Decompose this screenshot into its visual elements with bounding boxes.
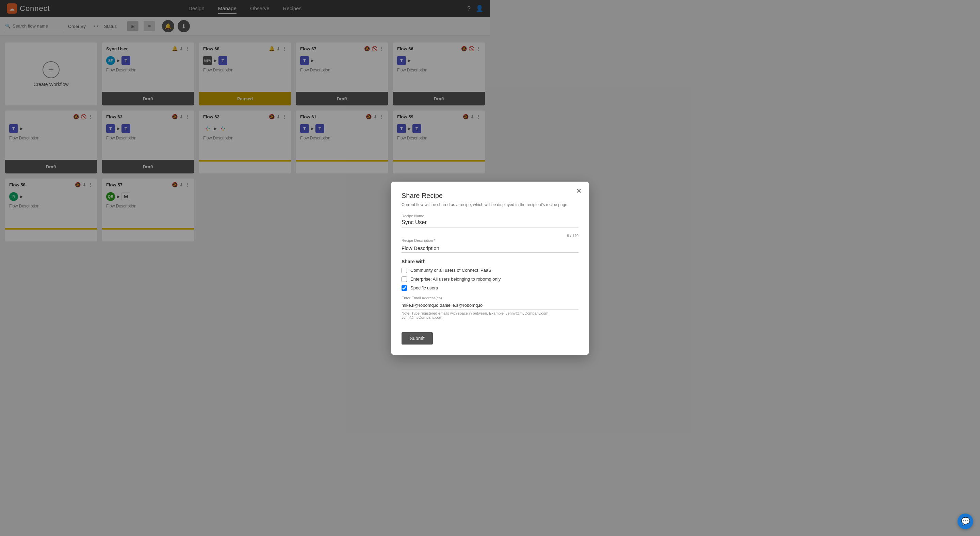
recipe-desc-label: Recipe Description * [401,238,490,243]
community-checkbox[interactable] [401,268,407,268]
checkbox-group: Community or all users of Connect iPaaS … [401,268,490,268]
share-recipe-modal: ✕ Share Recipe Current flow will be shar… [391,182,490,268]
recipe-desc-group: 9 / 140 Recipe Description * [401,234,490,253]
recipe-name-value: Sync User [401,219,490,228]
recipe-desc-input[interactable] [401,244,490,253]
char-count: 9 / 140 [401,234,490,238]
community-label: Community or all users of Connect iPaaS [410,268,490,268]
share-with-label: Share with [401,259,490,264]
modal-title: Share Recipe [401,192,490,200]
recipe-name-label: Recipe Name [401,214,490,218]
share-community-option[interactable]: Community or all users of Connect iPaaS [401,268,490,268]
modal-overlay: ✕ Share Recipe Current flow will be shar… [0,0,490,268]
recipe-name-group: Recipe Name Sync User [401,214,490,228]
modal-description: Current flow will be shared as a recipe,… [401,202,490,207]
